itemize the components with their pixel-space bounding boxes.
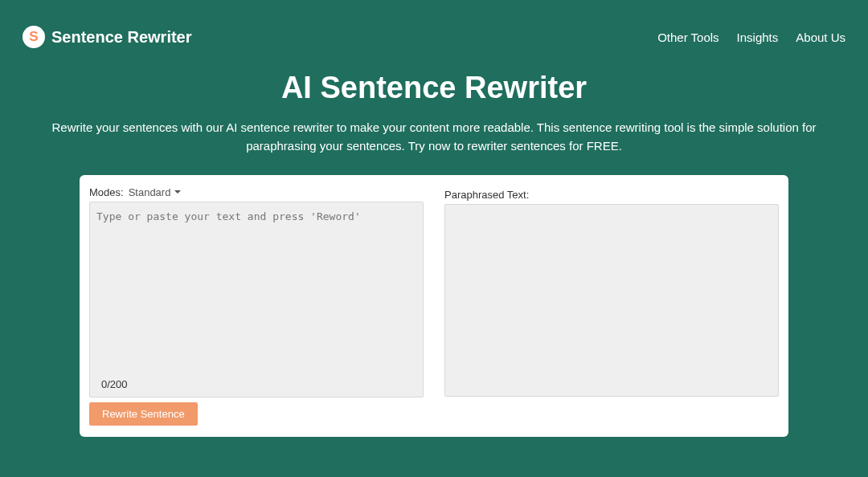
input-textarea-wrapper: 0/200: [89, 202, 424, 398]
mode-selected: Standard: [129, 186, 171, 198]
char-counter: 0/200: [101, 378, 128, 390]
nav-insights[interactable]: Insights: [737, 31, 779, 44]
nav-about-us[interactable]: About Us: [796, 31, 845, 44]
logo-section[interactable]: S Sentence Rewriter: [23, 26, 192, 48]
input-textarea[interactable]: [90, 202, 423, 397]
page-subtitle: Rewrite your sentences with our AI sente…: [24, 118, 844, 156]
modes-label: Modes:: [89, 186, 124, 198]
hero-section: AI Sentence Rewriter Rewrite your senten…: [0, 64, 868, 175]
tool-card: Modes: Standard 0/200 Rewrite Sentence P…: [80, 175, 788, 437]
logo-letter: S: [29, 29, 38, 45]
logo-icon: S: [23, 26, 45, 48]
output-box: [444, 204, 779, 397]
nav: Other Tools Insights About Us: [657, 31, 845, 44]
page-title: AI Sentence Rewriter: [23, 71, 845, 105]
output-label: Paraphrased Text:: [444, 186, 779, 201]
chevron-down-icon: [174, 190, 181, 194]
logo-text: Sentence Rewriter: [51, 28, 192, 47]
header: S Sentence Rewriter Other Tools Insights…: [0, 0, 868, 64]
input-panel: Modes: Standard 0/200 Rewrite Sentence: [89, 186, 424, 426]
rewrite-button[interactable]: Rewrite Sentence: [89, 402, 198, 426]
modes-dropdown[interactable]: Standard: [129, 186, 182, 198]
nav-other-tools[interactable]: Other Tools: [657, 31, 719, 44]
modes-row: Modes: Standard: [89, 186, 424, 198]
output-panel: Paraphrased Text:: [444, 186, 779, 426]
